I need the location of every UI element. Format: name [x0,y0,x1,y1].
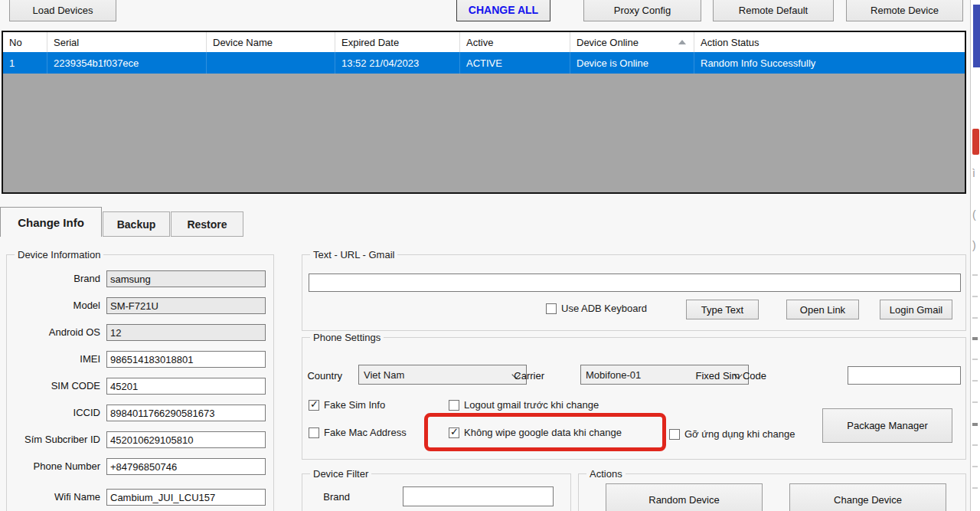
background-tick [972,401,978,403]
sim-subscriber-id-field[interactable] [106,431,266,448]
go-ung-dung-checkbox-row[interactable]: Gỡ ứng dụng khi change [669,428,795,440]
model-label: Model [10,300,100,311]
background-tick [972,317,978,319]
background-tick [972,423,978,426]
background-tick [972,337,978,340]
fixed-sim-code-label: Fixed Sim Code [676,370,766,382]
text-url-gmail-group: Text - URL - Gmail Use ADB Keyboard Type… [302,254,966,331]
khong-wipe-google-data-checkbox[interactable] [449,427,459,438]
carrier-value: Mobifone-01 [586,369,641,381]
phone-settings-group: Phone Settings Country Viet Nam Carrier … [302,337,966,460]
column-header-active[interactable]: Active [460,32,570,52]
random-device-button[interactable]: Random Device [606,483,763,511]
khong-wipe-google-data-checkbox-row[interactable]: Không wipe google data khi change [449,427,622,438]
remote-default-button[interactable]: Remote Default [713,0,834,21]
phone-number-field[interactable] [106,458,266,475]
fake-sim-info-checkbox-row[interactable]: Fake Sim Info [309,399,385,411]
fake-mac-address-checkbox-row[interactable]: Fake Mac Address [309,427,407,438]
device-filter-title: Device Filter [310,468,371,480]
android-os-field[interactable] [106,324,266,341]
android-os-label: Android OS [10,326,100,338]
background-tick [972,296,978,297]
sim-code-label: SIM CODE [10,380,100,391]
cell-no: 1 [3,52,47,74]
login-gmail-button[interactable]: Login Gmail [880,300,952,319]
tab-restore[interactable]: Restore [171,211,243,237]
open-link-button[interactable]: Open Link [786,300,859,319]
column-header-no[interactable]: No [3,32,47,52]
actions-group: Actions Random Device Change Device [578,473,966,511]
country-label: Country [252,370,342,382]
brand-field[interactable] [106,270,266,287]
type-text-button[interactable]: Type Text [686,300,759,319]
filter-brand-label: Brand [260,491,350,503]
background-window-edge: ì ( ) [970,0,980,511]
sim-code-field[interactable] [106,378,266,395]
actions-title: Actions [586,468,626,480]
device-information-group: Device Information Brand Model Android O… [6,254,274,511]
cell-active: ACTIVE [460,52,570,74]
load-devices-button[interactable]: Load Devices [9,0,116,21]
background-tick [972,444,978,446]
column-header-device-name[interactable]: Device Name [207,32,335,52]
use-adb-keyboard-label: Use ADB Keyboard [561,303,647,314]
tab-backup[interactable]: Backup [103,211,170,237]
background-tick [972,359,978,360]
iccid-label: ICCID [10,407,100,418]
iccid-field[interactable] [106,405,266,421]
cell-serial: 2239354b1f037ece [47,52,207,74]
sort-ascending-icon [678,40,686,44]
cell-expired-date: 13:52 21/04/2023 [335,52,460,74]
go-ung-dung-checkbox[interactable] [669,429,680,440]
filter-brand-field[interactable] [403,486,554,506]
background-glyph: ) [972,239,976,251]
change-all-button[interactable]: CHANGE ALL [456,0,550,21]
background-tick [972,466,978,467]
cell-device-online: Device is Online [570,52,694,74]
carrier-label: Carrier [454,370,544,382]
use-adb-keyboard-checkbox[interactable] [546,303,557,314]
logout-gmail-checkbox[interactable] [449,400,459,411]
fake-sim-info-label: Fake Sim Info [324,399,385,411]
change-device-button[interactable]: Change Device [789,483,946,511]
device-information-title: Device Information [15,249,103,260]
go-ung-dung-label: Gỡ ứng dụng khi change [684,428,795,440]
proxy-config-button[interactable]: Proxy Config [583,0,701,21]
fake-sim-info-checkbox[interactable] [309,400,319,411]
background-tick [972,274,978,276]
wifi-name-field[interactable] [106,489,266,506]
table-row[interactable]: 1 2239354b1f037ece 13:52 21/04/2023 ACTI… [3,52,965,74]
fake-mac-address-checkbox[interactable] [309,427,319,438]
use-adb-keyboard-checkbox-row[interactable]: Use ADB Keyboard [546,303,647,314]
cell-action-status: Random Info Successfully [694,52,965,74]
package-manager-button[interactable]: Package Manager [822,408,952,443]
background-tick [972,380,978,382]
brand-label: Brand [10,273,100,284]
sim-subscriber-id-label: Sím Subcriber ID [10,434,100,445]
imei-field[interactable] [106,351,266,368]
text-url-gmail-input[interactable] [309,274,961,292]
background-window-blue-fragment [973,5,980,67]
background-window-red-fragment [972,129,979,155]
remote-device-button[interactable]: Remote Device [846,0,963,21]
fixed-sim-code-field[interactable] [848,366,961,385]
app-window: Load Devices CHANGE ALL Proxy Config Rem… [0,0,980,511]
column-header-action-status[interactable]: Action Status [694,32,965,52]
device-table-header: No Serial Device Name Expired Date Activ… [3,32,965,52]
column-header-device-online-label: Device Online [577,37,639,48]
column-header-expired-date[interactable]: Expired Date [335,32,460,52]
background-tick [972,487,978,489]
column-header-device-online[interactable]: Device Online [570,32,694,52]
logout-gmail-checkbox-row[interactable]: Logout gmail trước khi change [449,399,599,411]
device-table: No Serial Device Name Expired Date Activ… [2,31,966,194]
phone-number-label: Phone Number [10,460,100,472]
imei-label: IMEI [10,353,100,365]
fake-mac-address-label: Fake Mac Address [324,427,407,438]
logout-gmail-label: Logout gmail trước khi change [464,399,599,411]
device-filter-group: Device Filter Brand [302,473,571,511]
tab-change-info[interactable]: Change Info [0,207,102,237]
wifi-name-label: Wifi Name [10,491,100,503]
cell-device-name [207,52,335,74]
model-field[interactable] [106,297,266,314]
column-header-serial[interactable]: Serial [47,32,207,52]
